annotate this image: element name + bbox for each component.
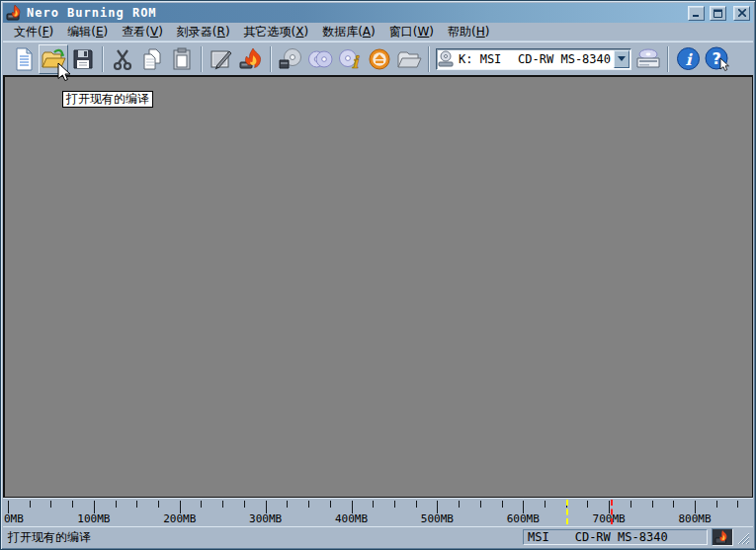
drive-selector-dropdown-button[interactable] xyxy=(614,50,630,68)
menu-window[interactable]: 窗口(W) xyxy=(382,23,441,41)
close-button[interactable] xyxy=(733,6,750,21)
ruler-tick xyxy=(652,501,653,508)
ruler-tick xyxy=(158,501,159,508)
ruler-label: 600MB xyxy=(507,512,540,525)
eject-button[interactable] xyxy=(365,44,394,74)
toolbar-separator xyxy=(428,46,430,72)
minimize-icon xyxy=(693,9,701,18)
title-bar[interactable]: Nero Burning ROM xyxy=(3,3,753,23)
save-button[interactable] xyxy=(68,44,98,74)
open-folder-button[interactable] xyxy=(394,44,424,74)
menu-recorder[interactable]: 刻录器(R) xyxy=(170,23,237,41)
drive-selector[interactable]: K: MSI CD-RW MS-8340 xyxy=(436,48,631,70)
toolbar-separator xyxy=(201,46,203,72)
ruler-tick xyxy=(50,501,51,508)
toolbar: i K: MSI CD-RW MS-8 xyxy=(3,41,753,75)
maximize-icon xyxy=(714,9,722,18)
new-compilation-button[interactable] xyxy=(9,44,39,74)
app-window: Nero Burning ROM 文件(F) 编辑(E) 查看(V) 刻录器(R… xyxy=(0,0,756,550)
status-bar: 打开现有的编译 MSI CD-RW MS-8340 xyxy=(3,526,753,547)
write-compilation-button[interactable] xyxy=(207,44,236,74)
ruler-tick xyxy=(201,501,202,508)
cd-burner-button[interactable] xyxy=(633,44,663,74)
menu-help[interactable]: 帮助(H) xyxy=(441,23,496,41)
copy-button[interactable] xyxy=(137,44,167,74)
ruler-label: 300MB xyxy=(249,512,282,525)
drive-selector-model: CD-RW MS-8340 xyxy=(518,52,611,66)
menu-file[interactable]: 文件(F) xyxy=(7,23,60,41)
svg-text:i: i xyxy=(352,52,360,71)
cd-burner-icon xyxy=(634,46,662,72)
burn-cd-button[interactable] xyxy=(276,44,305,74)
menu-bar: 文件(F) 编辑(E) 查看(V) 刻录器(R) 其它选项(X) 数据库(A) … xyxy=(3,23,753,41)
cd-copy-icon xyxy=(307,47,333,71)
menu-view[interactable]: 查看(V) xyxy=(115,23,170,41)
mouse-cursor-icon xyxy=(57,62,71,86)
ruler-label: 500MB xyxy=(421,512,454,525)
ruler-tick xyxy=(394,501,395,508)
ruler-tick xyxy=(459,501,460,508)
app-icon xyxy=(6,5,24,21)
ruler-tick xyxy=(630,501,631,508)
red-capacity-marker xyxy=(611,500,613,524)
ruler-tick xyxy=(287,501,288,508)
disc-info-button[interactable]: i xyxy=(335,44,365,74)
cd-recorder-disc-icon xyxy=(278,47,303,71)
disc-info-icon: i xyxy=(337,47,363,71)
yellow-capacity-marker xyxy=(566,500,568,524)
tooltip: 打开现有的编译 xyxy=(62,91,153,108)
burn-button[interactable] xyxy=(236,44,266,74)
ruler-label: 400MB xyxy=(335,512,368,525)
menu-extras[interactable]: 其它选项(X) xyxy=(237,23,316,41)
menu-database[interactable]: 数据库(A) xyxy=(315,23,382,41)
nero-status-icon xyxy=(712,528,733,546)
help-button[interactable]: ? xyxy=(703,44,732,74)
ruler-tick xyxy=(136,501,137,508)
ruler-tick xyxy=(244,501,245,508)
ruler-label: 100MB xyxy=(77,512,110,525)
ruler-label: 800MB xyxy=(678,512,711,525)
ruler-tick xyxy=(545,501,546,508)
drive-icon xyxy=(437,50,455,68)
resize-grip-icon xyxy=(737,532,750,545)
ruler-tick xyxy=(480,501,481,508)
toolbar-separator xyxy=(270,46,272,72)
ruler-tick xyxy=(330,501,331,508)
ruler-tick xyxy=(30,501,31,508)
eject-icon xyxy=(368,47,391,71)
copy-cd-button[interactable] xyxy=(305,44,335,74)
compilation-area xyxy=(3,75,753,498)
drive-selector-device: K: MSI xyxy=(459,52,501,66)
minimize-button[interactable] xyxy=(688,6,705,21)
ruler-label: 0MB xyxy=(4,512,24,525)
ruler-tick xyxy=(308,501,309,508)
capacity-ruler: 0MB100MB200MB300MB400MB500MB600MB700MB80… xyxy=(3,498,753,526)
toolbar-separator xyxy=(667,46,669,72)
resize-grip[interactable] xyxy=(737,532,751,546)
clipboard-icon xyxy=(171,47,193,71)
cut-button[interactable] xyxy=(108,44,137,74)
paste-button[interactable] xyxy=(167,44,197,74)
ruler-tick xyxy=(222,501,223,508)
maximize-button[interactable] xyxy=(710,6,726,21)
ruler-label: 200MB xyxy=(163,512,196,525)
folder-icon xyxy=(396,47,422,71)
ruler-label: 700MB xyxy=(593,512,626,525)
scissors-icon xyxy=(112,47,133,71)
floppy-disk-icon xyxy=(72,48,94,70)
window-title: Nero Burning ROM xyxy=(27,6,683,20)
toolbar-separator xyxy=(102,46,104,72)
status-drive-panel: MSI CD-RW MS-8340 xyxy=(523,529,708,545)
pen-document-icon xyxy=(210,47,233,71)
svg-text:?: ? xyxy=(712,49,720,68)
info-icon: i xyxy=(676,46,701,71)
ruler-tick xyxy=(72,501,73,508)
ruler-tick xyxy=(673,501,674,508)
ruler-tick xyxy=(502,501,503,508)
info-button[interactable]: i xyxy=(673,44,703,74)
ruler-tick xyxy=(716,501,717,508)
status-drive-name: MSI xyxy=(528,530,549,544)
status-drive-model: CD-RW MS-8340 xyxy=(575,530,668,544)
menu-edit[interactable]: 编辑(E) xyxy=(60,23,115,41)
copy-pages-icon xyxy=(140,47,164,71)
